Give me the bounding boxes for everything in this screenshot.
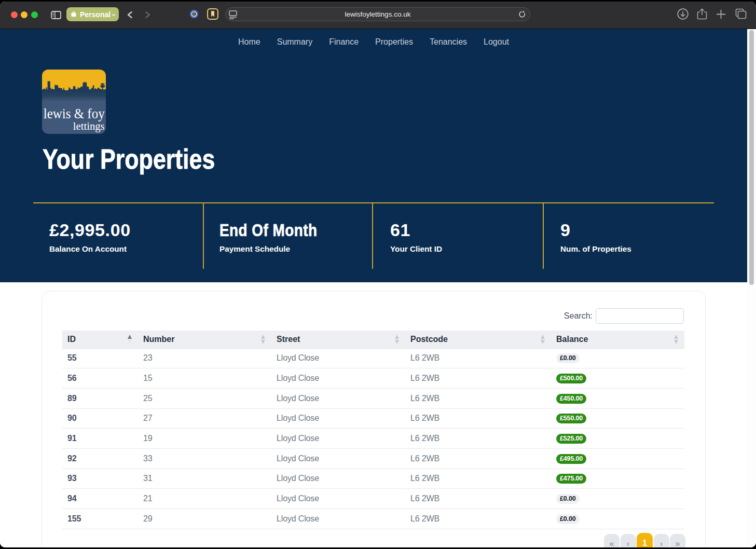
svg-text:lewis & foy: lewis & foy [44, 106, 105, 121]
svg-text:lettings: lettings [73, 120, 105, 132]
